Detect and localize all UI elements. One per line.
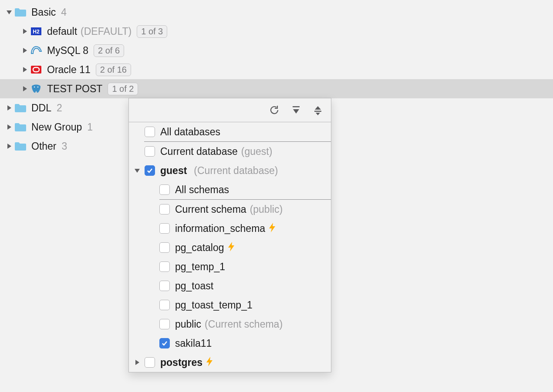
tree-item-label: New Group <box>31 121 82 133</box>
item-guest-database[interactable]: guest (Current database) <box>129 161 331 180</box>
item-label: public <box>175 318 201 330</box>
item-current-database[interactable]: Current database (guest) <box>129 142 331 161</box>
popup-list: All databases Current database (guest) g… <box>129 122 331 372</box>
checkbox[interactable] <box>145 357 155 368</box>
svg-marker-19 <box>316 113 320 115</box>
item-schema-pg-toast-temp-1[interactable]: pg_toast_temp_1 <box>129 295 331 315</box>
item-label: Current schema <box>175 204 246 215</box>
count-badge: 2 of 6 <box>94 44 124 57</box>
item-postgres-database[interactable]: postgres <box>129 353 331 372</box>
postgres-icon <box>30 83 43 94</box>
svg-marker-24 <box>206 357 212 366</box>
schema-chooser-popup: All databases Current database (guest) g… <box>128 98 331 372</box>
svg-marker-21 <box>269 223 275 232</box>
item-hint: (Current database) <box>194 165 278 177</box>
item-schema-pg-temp-1[interactable]: pg_temp_1 <box>129 257 331 276</box>
count-badge: 1 of 2 <box>108 83 138 95</box>
chevron-right-icon <box>4 143 14 149</box>
svg-marker-9 <box>23 86 27 91</box>
item-schema-public[interactable]: public (Current schema) <box>129 315 331 334</box>
svg-marker-4 <box>23 48 27 53</box>
svg-point-5 <box>39 47 40 48</box>
checkbox[interactable] <box>145 127 155 137</box>
mysql-icon <box>30 45 43 56</box>
svg-marker-6 <box>23 67 27 72</box>
svg-marker-0 <box>7 10 12 14</box>
item-hint: (guest) <box>241 146 273 157</box>
tree-item-count: 3 <box>62 141 67 152</box>
svg-marker-13 <box>7 124 11 130</box>
refresh-button[interactable] <box>269 105 280 115</box>
item-all-schemas[interactable]: All schemas <box>129 180 331 199</box>
popup-toolbar <box>129 98 331 122</box>
checkbox[interactable] <box>145 146 155 157</box>
tree-item-basic[interactable]: Basic 4 <box>0 3 553 22</box>
svg-marker-1 <box>23 29 27 34</box>
item-label: pg_toast <box>175 280 213 292</box>
checkbox[interactable] <box>145 165 155 176</box>
tree-item-oracle[interactable]: Oracle 11 2 of 16 <box>0 60 553 79</box>
tree-item-testpost[interactable]: TEST POST 1 of 2 <box>0 79 553 98</box>
svg-marker-20 <box>135 169 140 173</box>
expand-all-button[interactable] <box>291 105 301 115</box>
svg-rect-7 <box>31 66 41 74</box>
lightning-icon <box>205 356 214 369</box>
checkbox[interactable] <box>159 261 170 272</box>
chevron-right-icon <box>20 86 30 92</box>
svg-marker-22 <box>228 242 234 251</box>
item-hint: (Current schema) <box>205 318 283 330</box>
checkbox[interactable] <box>159 319 170 329</box>
tree-item-label: default <box>47 26 77 37</box>
tree-item-label: Basic <box>31 7 56 18</box>
lightning-icon <box>268 222 276 235</box>
count-badge: 2 of 16 <box>96 64 131 76</box>
svg-text:H2: H2 <box>33 29 40 35</box>
item-label: pg_temp_1 <box>175 261 225 273</box>
svg-rect-18 <box>314 111 321 112</box>
chevron-down-icon <box>132 168 142 174</box>
tree-item-suffix: (DEFAULT) <box>81 26 132 37</box>
item-schema-pg-catalog[interactable]: pg_catalog <box>129 238 331 257</box>
oracle-icon <box>30 65 43 74</box>
count-badge: 1 of 3 <box>137 25 167 38</box>
collapse-all-button[interactable] <box>313 105 323 115</box>
checkbox[interactable] <box>159 300 170 310</box>
checkbox[interactable] <box>159 223 170 234</box>
svg-marker-16 <box>293 109 299 114</box>
svg-rect-15 <box>293 106 300 107</box>
tree-item-label: Other <box>31 141 57 152</box>
checkbox[interactable] <box>159 281 170 291</box>
item-schema-sakila11[interactable]: sakila11 <box>129 334 331 353</box>
item-all-databases[interactable]: All databases <box>129 122 331 141</box>
chevron-down-icon <box>4 9 14 15</box>
chevron-right-icon <box>132 359 142 365</box>
tree-item-count: 4 <box>61 7 67 18</box>
item-label: information_schema <box>175 223 265 235</box>
svg-marker-12 <box>7 105 11 111</box>
checkbox[interactable] <box>159 184 170 195</box>
checkbox[interactable] <box>159 338 170 348</box>
tree-item-default[interactable]: H2 default (DEFAULT) 1 of 3 <box>0 22 553 41</box>
checkbox[interactable] <box>159 242 170 253</box>
chevron-right-icon <box>4 105 14 111</box>
svg-point-10 <box>34 87 35 87</box>
item-label: postgres <box>160 357 202 369</box>
checkbox[interactable] <box>159 204 170 214</box>
svg-marker-17 <box>315 106 321 110</box>
folder-icon <box>14 103 27 113</box>
chevron-right-icon <box>20 28 30 34</box>
lightning-icon <box>227 241 236 254</box>
item-label: pg_catalog <box>175 242 224 254</box>
tree-item-count: 2 <box>57 102 62 114</box>
item-schema-pg-toast[interactable]: pg_toast <box>129 276 331 295</box>
item-schema-information-schema[interactable]: information_schema <box>129 219 331 238</box>
folder-icon <box>14 7 27 17</box>
item-current-schema[interactable]: Current schema (public) <box>129 200 331 219</box>
chevron-right-icon <box>20 47 30 54</box>
item-label: pg_toast_temp_1 <box>175 299 253 311</box>
item-label: All databases <box>160 126 220 138</box>
item-label: Current database <box>160 146 238 157</box>
tree-item-mysql[interactable]: MySQL 8 2 of 6 <box>0 41 553 60</box>
chevron-right-icon <box>4 124 14 130</box>
folder-icon <box>14 141 27 151</box>
